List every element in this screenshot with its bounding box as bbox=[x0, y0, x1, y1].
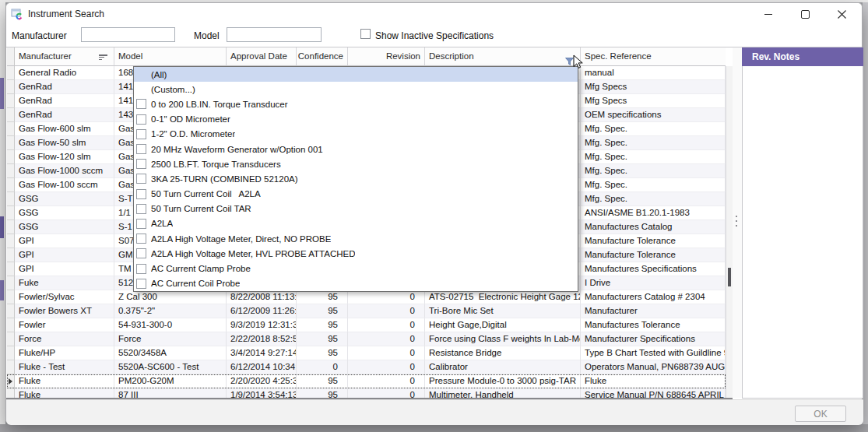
cell-manufacturer[interactable]: GPI bbox=[15, 262, 114, 276]
title-bar[interactable]: Instrument Search bbox=[6, 3, 862, 25]
filter-option[interactable]: A2LA High Voltage Meter, HVL PROBE ATTAC… bbox=[134, 246, 578, 261]
cell-description[interactable]: Force using Class F weights In Lab-Memp bbox=[425, 332, 581, 346]
cell-confidence[interactable]: 95 bbox=[297, 290, 348, 304]
cell-spec_reference[interactable]: OEM specifications bbox=[581, 108, 726, 122]
cell-approval_date[interactable]: 9/3/2019 12:31:35 bbox=[227, 318, 297, 332]
cell-manufacturer[interactable]: GPI bbox=[15, 234, 114, 248]
close-button[interactable] bbox=[824, 3, 860, 25]
cell-manufacturer[interactable]: Fluke bbox=[15, 374, 114, 388]
cell-spec_reference[interactable]: Mfg. Spec. bbox=[581, 178, 726, 192]
filter-option[interactable]: 3KA 25-TURN (COMBINED 52120A) bbox=[134, 171, 578, 186]
filter-option-checkbox[interactable] bbox=[136, 248, 146, 258]
cell-manufacturer[interactable]: Fluke - Test bbox=[15, 360, 114, 374]
cell-model[interactable]: 5520A-SC600 - Test bbox=[114, 360, 227, 374]
cell-confidence[interactable]: 95 bbox=[297, 374, 348, 388]
cell-spec_reference[interactable]: ANSI/ASME B1.20.1-1983 bbox=[581, 206, 726, 220]
column-header-spec-reference[interactable]: Spec. Reference bbox=[581, 47, 726, 66]
cell-manufacturer[interactable]: GenRad bbox=[15, 94, 114, 108]
filter-option-checkbox[interactable] bbox=[136, 279, 146, 289]
cell-manufacturer[interactable]: GenRad bbox=[15, 108, 114, 122]
cell-approval_date[interactable]: 6/12/2009 11:26:14 bbox=[227, 304, 297, 318]
cell-manufacturer[interactable]: GSG bbox=[15, 220, 114, 234]
column-header-model[interactable]: Model bbox=[114, 47, 227, 66]
cell-approval_date[interactable]: 3/4/2014 9:27:14 A bbox=[227, 346, 297, 360]
cell-spec_reference[interactable]: Manufacturers Catalog # 2304 bbox=[581, 290, 726, 304]
cell-revision[interactable]: 0 bbox=[348, 318, 425, 332]
cell-revision[interactable]: 0 bbox=[348, 332, 425, 346]
cell-confidence[interactable]: 0 bbox=[297, 360, 348, 374]
cell-description[interactable]: Tri-Bore Mic Set bbox=[425, 304, 581, 318]
cell-manufacturer[interactable]: Force bbox=[15, 332, 114, 346]
filter-option[interactable]: AC Current Coil Probe bbox=[134, 276, 578, 291]
column-header-revision[interactable]: Revision bbox=[348, 47, 425, 66]
cell-revision[interactable]: 0 bbox=[348, 304, 425, 318]
cell-spec_reference[interactable]: Manufacturer Specifications bbox=[581, 332, 726, 346]
filter-option[interactable]: (All) bbox=[134, 67, 578, 82]
table-row[interactable]: FlukePM200-G20M2/20/2020 4:25:37950Press… bbox=[7, 374, 726, 388]
cell-manufacturer[interactable]: Gas Flow-50 slm bbox=[15, 136, 114, 150]
cell-spec_reference[interactable]: Manufacture Tolerance bbox=[581, 248, 726, 262]
cell-confidence[interactable]: 95 bbox=[297, 388, 348, 398]
cell-spec_reference[interactable]: Manufacturer bbox=[581, 304, 726, 318]
filter-option-checkbox[interactable] bbox=[136, 264, 146, 274]
cell-spec_reference[interactable]: Operators Manual, PN688739 AUG 98 R bbox=[581, 360, 726, 374]
filter-option[interactable]: (Custom...) bbox=[134, 82, 578, 97]
cell-spec_reference[interactable]: Mfg. Spec. bbox=[581, 150, 726, 164]
cell-revision[interactable]: 0 bbox=[348, 360, 425, 374]
model-input[interactable] bbox=[227, 27, 322, 42]
cell-manufacturer[interactable]: GSG bbox=[15, 206, 114, 220]
cell-spec_reference[interactable]: manual bbox=[581, 66, 726, 80]
cell-spec_reference[interactable]: Manufacture Tolerance bbox=[581, 234, 726, 248]
cell-confidence[interactable]: 95 bbox=[297, 346, 348, 360]
cell-confidence[interactable]: 95 bbox=[297, 318, 348, 332]
maximize-button[interactable] bbox=[787, 3, 824, 25]
table-row[interactable]: Fluke87 III1/9/2014 3:54:13 P950Multimet… bbox=[7, 388, 726, 398]
filter-option-checkbox[interactable] bbox=[136, 174, 146, 184]
cell-manufacturer[interactable]: Gas Flow-1000 sccm bbox=[15, 164, 114, 178]
cell-model[interactable]: Z Cal 300 bbox=[114, 290, 227, 304]
filter-option[interactable]: 2500 LB.FT. Torque Transducers bbox=[134, 156, 578, 171]
filter-option-checkbox[interactable] bbox=[136, 159, 146, 169]
cell-model[interactable]: 5520/3458A bbox=[114, 346, 227, 360]
filter-option-checkbox[interactable] bbox=[136, 114, 146, 125]
ok-button[interactable]: OK bbox=[795, 406, 846, 422]
cell-spec_reference[interactable]: Fluke bbox=[581, 374, 726, 388]
cell-description[interactable]: Calibrator bbox=[425, 360, 581, 374]
filter-option[interactable]: 0-1" OD Micrometer bbox=[134, 112, 578, 127]
cell-manufacturer[interactable]: Gas Flow-100 sccm bbox=[15, 178, 114, 192]
column-header-description[interactable]: Description bbox=[425, 47, 581, 66]
cell-manufacturer[interactable]: GenRad bbox=[15, 80, 114, 94]
grid-vertical-scrollbar[interactable] bbox=[726, 66, 733, 398]
table-row[interactable]: Fowler Bowers XT0.375"-2"6/12/2009 11:26… bbox=[7, 304, 726, 318]
filter-option[interactable]: 50 Turn Current Coil A2LA bbox=[134, 187, 578, 202]
cell-model[interactable]: 0.375"-2" bbox=[114, 304, 227, 318]
cell-spec_reference[interactable]: Mfg. Spec. bbox=[581, 136, 726, 150]
cell-spec_reference[interactable]: Mfg Specs bbox=[581, 94, 726, 108]
cell-description[interactable]: Pressure Module-0 to 3000 psig-TAR bbox=[425, 374, 581, 388]
cell-description[interactable]: ATS-02715 Electronic Height Gage 12 In bbox=[425, 290, 581, 304]
filter-option-checkbox[interactable] bbox=[136, 144, 146, 154]
cell-revision[interactable]: 0 bbox=[348, 290, 425, 304]
column-header-manufacturer[interactable]: Manufacturer bbox=[15, 47, 114, 66]
cell-spec_reference[interactable]: I Drive bbox=[581, 276, 726, 290]
cell-model[interactable]: PM200-G20M bbox=[114, 374, 227, 388]
table-row[interactable]: Fluke - Test5520A-SC600 - Test6/12/2014 … bbox=[7, 360, 726, 374]
filter-option[interactable]: 50 Turn Current Coil TAR bbox=[134, 202, 578, 216]
cell-manufacturer[interactable]: Fowler Bowers XT bbox=[15, 304, 114, 318]
filter-option[interactable]: AC Current Clamp Probe bbox=[134, 261, 578, 276]
cell-spec_reference[interactable]: Manufactures Specifications bbox=[581, 262, 726, 276]
filter-option-checkbox[interactable] bbox=[136, 99, 146, 109]
column-header-confidence[interactable]: Confidence bbox=[297, 47, 348, 66]
cell-spec_reference[interactable]: Manufactures Tolerance bbox=[581, 318, 726, 332]
cell-spec_reference[interactable]: Manufactures Catalog bbox=[581, 220, 726, 234]
filter-option-checkbox[interactable] bbox=[136, 129, 146, 139]
cell-approval_date[interactable]: 1/9/2014 3:54:13 P bbox=[227, 388, 297, 398]
cell-revision[interactable]: 0 bbox=[348, 388, 425, 398]
table-row[interactable]: Fluke/HP5520/3458A3/4/2014 9:27:14 A950R… bbox=[7, 346, 726, 360]
cell-spec_reference[interactable]: Service Manual P/N 688645 APRIL 1998 bbox=[581, 388, 726, 398]
cell-revision[interactable]: 0 bbox=[348, 346, 425, 360]
minimize-button[interactable] bbox=[750, 3, 787, 25]
filter-option-checkbox[interactable] bbox=[136, 204, 146, 214]
cell-manufacturer[interactable]: Fowler/Sylvac bbox=[15, 290, 114, 304]
cell-approval_date[interactable]: 2/20/2020 4:25:37 bbox=[227, 374, 297, 388]
